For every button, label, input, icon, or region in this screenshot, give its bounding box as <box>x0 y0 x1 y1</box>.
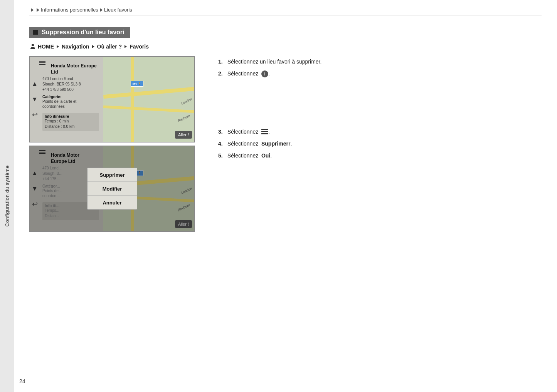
nav-arrow-1 <box>57 45 59 48</box>
instruction-step-4: 4. Sélectionnez Supprimerr. <box>218 140 542 148</box>
svg-point-0 <box>32 44 34 46</box>
info-itinerary-1: Info itinéraire Temps : 0 min Distance :… <box>42 113 99 131</box>
category-value-1: Points de la carte etcoordonnées <box>42 99 99 109</box>
category-label-1: Catégorie: <box>42 95 99 99</box>
step-3-num: 3. <box>218 128 227 136</box>
section-title-square <box>33 30 38 35</box>
page-number: 24 <box>19 378 25 384</box>
nav-btn-back[interactable]: ↩ <box>31 111 39 119</box>
popup-item-supprimer[interactable]: Supprimer <box>88 168 137 182</box>
info-itinerary-label-1: Info itinéraire <box>45 114 97 119</box>
instruction-step-3: 3. Sélectionnez . <box>218 128 542 136</box>
two-col: ▲ ▼ ↩ Honda Motor Eur <box>29 56 542 235</box>
aller-btn-1[interactable]: Aller ! <box>175 131 192 139</box>
home-icon <box>29 43 36 50</box>
nav-arrow-2 <box>92 45 94 48</box>
nav-home-label: HOME <box>38 44 54 50</box>
step-4-num: 4. <box>218 140 227 148</box>
nav-btn-down[interactable]: ▼ <box>31 95 39 103</box>
motorway-badge: M4 🚶 <box>131 81 143 87</box>
breadcrumb-item-2: Lieux favoris <box>104 7 132 13</box>
breadcrumb-arrow2 <box>37 8 39 12</box>
step-3-text: Sélectionnez . <box>227 128 542 136</box>
section-title-text: Suppression d'un lieu favori <box>42 29 125 36</box>
instruction-step-1: 1. Sélectionnez un lieu favori à supprim… <box>218 58 542 66</box>
step-1-text: Sélectionnez un lieu favori à supprimer. <box>227 58 542 66</box>
step-5-num: 5. <box>218 152 227 160</box>
popup-item-annuler[interactable]: Annuler <box>88 196 137 209</box>
svg-rect-3 <box>261 133 268 134</box>
instruction-step-2: 2. Sélectionnez i. <box>218 70 542 78</box>
screen-1-inner: ▲ ▼ ↩ Honda Motor Eur <box>30 57 194 142</box>
step-4-text: Sélectionnez Supprimerr. <box>227 140 542 148</box>
sidebar-label: Configuration du système <box>4 165 10 226</box>
instruction-spacer <box>218 82 542 128</box>
breadcrumb-item-1: Informations personnelles <box>41 7 98 13</box>
popup-menu: Supprimer Modifier Annuler <box>87 168 137 210</box>
instruction-step-5: 5. Sélectionnez Oui. <box>218 152 542 160</box>
screen-2-inner: ▲ ▼ ↩ Honda MotorEurope Ltd <box>30 146 194 231</box>
breadcrumb: Informations personnelles Lieux favoris <box>29 7 542 15</box>
step-2-num: 2. <box>218 70 227 78</box>
nav-arrow-3 <box>125 45 127 48</box>
screen-1: ▲ ▼ ↩ Honda Motor Eur <box>29 56 195 142</box>
step-2-text: Sélectionnez i. <box>227 70 542 78</box>
popup-item-modifier[interactable]: Modifier <box>88 182 137 196</box>
nav-path: HOME Navigation Où aller ? Favoris <box>29 43 542 50</box>
nav-step-2: Où aller ? <box>97 44 122 50</box>
screen-1-left-panel: ▲ ▼ ↩ Honda Motor Eur <box>30 57 103 142</box>
breadcrumb-arrow3 <box>100 8 103 12</box>
nav-btn-up[interactable]: ▲ <box>31 80 39 88</box>
place-name-1: Honda Motor Europe Ltd <box>51 63 99 75</box>
sidebar: Configuration du système <box>0 0 14 392</box>
section-title-block: Suppression d'un lieu favori <box>29 27 542 38</box>
nav-step-3: Favoris <box>130 44 149 50</box>
breadcrumb-arrow1 <box>31 8 34 12</box>
screen-1-map: M4 🚶 London Rayburn Aller ! <box>103 57 194 142</box>
main-content: Informations personnelles Lieux favoris … <box>14 0 557 392</box>
screen-2: ▲ ▼ ↩ Honda MotorEurope Ltd <box>29 146 195 232</box>
info-itinerary-temps-1: Temps : 0 min <box>45 119 97 124</box>
info-icon-step2: i <box>261 70 268 77</box>
right-col: 1. Sélectionnez un lieu favori à supprim… <box>218 56 542 235</box>
place-address-1: 470 London RoadSlough, BERKS SL3 8+44 17… <box>42 76 99 92</box>
section-title: Suppression d'un lieu favori <box>29 27 130 38</box>
instruction-list: 1. Sélectionnez un lieu favori à supprim… <box>218 58 542 160</box>
screen-menu-icon <box>39 60 45 65</box>
step-1-num: 1. <box>218 58 227 66</box>
left-col: ▲ ▼ ↩ Honda Motor Eur <box>29 56 203 235</box>
nav-step-1: Navigation <box>62 44 89 50</box>
svg-rect-2 <box>261 131 268 132</box>
step-4-bold: Supprimerr <box>261 141 290 147</box>
info-itinerary-dist-1: Distance : 0.0 km <box>45 124 97 129</box>
step-5-text: Sélectionnez Oui. <box>227 152 542 160</box>
step-5-bold: Oui <box>261 152 270 159</box>
menu-icon-inline-step3 <box>261 129 268 135</box>
svg-rect-1 <box>261 129 268 130</box>
